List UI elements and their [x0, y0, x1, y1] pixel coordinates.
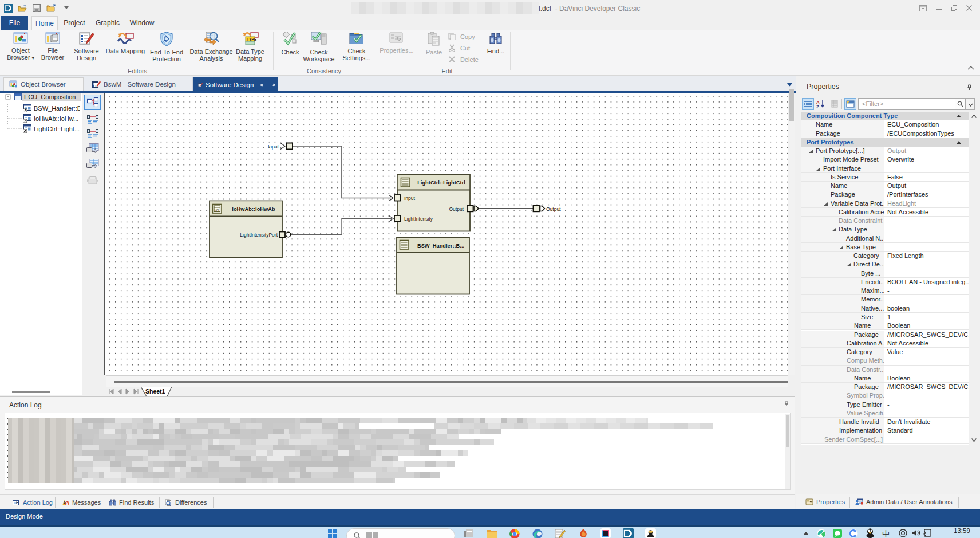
svg-text:Z: Z: [816, 104, 819, 108]
svg-text:LightIntensityPort: LightIntensityPort: [240, 232, 278, 238]
svg-text:LightCtrl::LightCtrl: LightCtrl::LightCtrl: [417, 180, 465, 186]
svg-text:TYPE: TYPE: [247, 37, 257, 41]
svg-text:Output: Output: [449, 206, 464, 212]
svg-text:LightIntensity: LightIntensity: [404, 216, 433, 222]
svg-text:BSW_Handler::B...: BSW_Handler::B...: [417, 243, 464, 249]
svg-text:IoHwAb::IoHwAb: IoHwAb::IoHwAb: [232, 206, 275, 212]
svg-text:8: 8: [66, 501, 69, 506]
svg-text:Output: Output: [546, 206, 561, 212]
svg-text:I/O: I/O: [215, 209, 219, 212]
svg-text:Input: Input: [268, 144, 279, 150]
svg-text:Input: Input: [404, 195, 416, 201]
